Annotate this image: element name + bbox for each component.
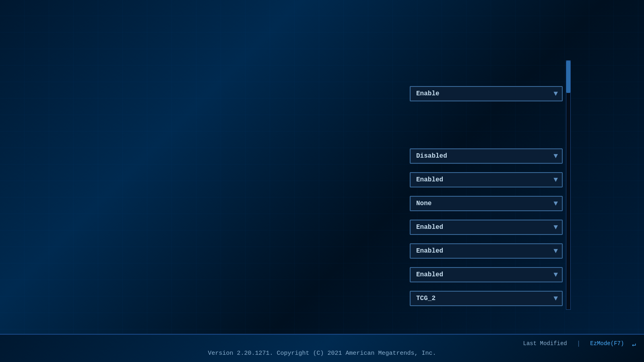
footer-divider: | bbox=[577, 340, 581, 348]
pending-operation-dropdown[interactable]: None bbox=[410, 196, 563, 211]
sha256-pcr-bank-value: Enabled bbox=[416, 176, 443, 183]
platform-hierarchy-dropdown-container[interactable]: Enabled ▼ bbox=[410, 220, 563, 235]
sha256-pcr-bank-dropdown[interactable]: Enabled bbox=[410, 172, 563, 187]
security-device-support-value: Enable bbox=[416, 90, 440, 97]
tpm-uefi-spec-version-value: TCG_2 bbox=[416, 295, 436, 302]
security-device-support-dropdown[interactable]: Enable bbox=[410, 86, 563, 101]
footer-content: Last Modified | EzMode(F7) ↵ Version 2.2… bbox=[0, 335, 644, 362]
sha1-pcr-bank-value: Disabled bbox=[416, 152, 447, 160]
security-device-support-dropdown-container[interactable]: Enable ▼ bbox=[410, 86, 563, 101]
footer-top: Last Modified | EzMode(F7) ↵ bbox=[8, 340, 636, 348]
ez-mode-button[interactable]: EzMode(F7) bbox=[590, 340, 624, 348]
tpm-uefi-spec-version-dropdown-container[interactable]: TCG_2 ▼ bbox=[410, 291, 563, 306]
last-modified-link[interactable]: Last Modified bbox=[523, 340, 567, 348]
scrollbar-thumb[interactable] bbox=[566, 63, 570, 93]
sha1-pcr-bank-dropdown-container[interactable]: Disabled ▼ bbox=[410, 148, 563, 164]
ez-mode-icon: ↵ bbox=[632, 340, 636, 348]
platform-hierarchy-value: Enabled bbox=[416, 224, 443, 231]
scrollbar-track[interactable] bbox=[566, 63, 571, 310]
sha1-pcr-bank-dropdown[interactable]: Disabled bbox=[410, 148, 563, 164]
platform-hierarchy-dropdown[interactable]: Enabled bbox=[410, 220, 563, 235]
storage-hierarchy-dropdown[interactable]: Enabled bbox=[410, 243, 563, 259]
pending-operation-dropdown-container[interactable]: None ▼ bbox=[410, 196, 563, 211]
storage-hierarchy-dropdown-container[interactable]: Enabled ▼ bbox=[410, 243, 563, 259]
endorsement-hierarchy-dropdown-container[interactable]: Enabled ▼ bbox=[410, 267, 563, 282]
pending-operation-value: None bbox=[416, 200, 431, 207]
endorsement-hierarchy-value: Enabled bbox=[416, 271, 443, 278]
footer: Last Modified | EzMode(F7) ↵ Version 2.2… bbox=[0, 334, 644, 362]
tpm-uefi-spec-version-dropdown[interactable]: TCG_2 bbox=[410, 291, 563, 306]
storage-hierarchy-value: Enabled bbox=[416, 247, 443, 255]
sha256-pcr-bank-dropdown-container[interactable]: Enabled ▼ bbox=[410, 172, 563, 187]
footer-version-text: Version 2.20.1271. Copyright (C) 2021 Am… bbox=[208, 350, 436, 357]
endorsement-hierarchy-dropdown[interactable]: Enabled bbox=[410, 267, 563, 282]
